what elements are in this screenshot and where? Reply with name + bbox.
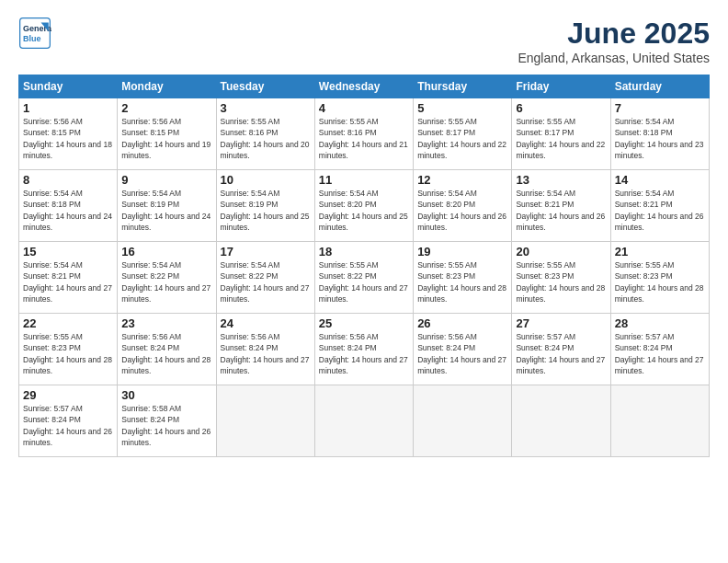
table-row: 6 Sunrise: 5:55 AM Sunset: 8:17 PM Dayli… [512, 98, 610, 170]
calendar-table: Sunday Monday Tuesday Wednesday Thursday… [18, 75, 710, 457]
table-row: 19 Sunrise: 5:55 AM Sunset: 8:23 PM Dayl… [414, 242, 512, 314]
table-row: 3 Sunrise: 5:55 AM Sunset: 8:16 PM Dayli… [216, 98, 314, 170]
page: General Blue June 2025 England, Arkansas… [0, 0, 728, 563]
table-row: 8 Sunrise: 5:54 AM Sunset: 8:18 PM Dayli… [19, 170, 118, 242]
empty-cell [216, 385, 314, 457]
table-row: 9 Sunrise: 5:54 AM Sunset: 8:19 PM Dayli… [118, 170, 216, 242]
table-row: 1 Sunrise: 5:56 AM Sunset: 8:15 PM Dayli… [19, 98, 118, 170]
calendar-week: 22 Sunrise: 5:55 AM Sunset: 8:23 PM Dayl… [19, 314, 710, 385]
svg-text:Blue: Blue [23, 34, 41, 43]
col-tuesday: Tuesday [216, 75, 314, 98]
table-row: 29 Sunrise: 5:57 AM Sunset: 8:24 PM Dayl… [19, 385, 118, 457]
table-row: 30 Sunrise: 5:58 AM Sunset: 8:24 PM Dayl… [118, 385, 216, 457]
table-row: 13 Sunrise: 5:54 AM Sunset: 8:21 PM Dayl… [512, 170, 610, 242]
col-thursday: Thursday [414, 75, 512, 98]
table-row: 4 Sunrise: 5:55 AM Sunset: 8:16 PM Dayli… [314, 98, 413, 170]
calendar-subtitle: England, Arkansas, United States [518, 51, 710, 65]
table-row: 28 Sunrise: 5:57 AM Sunset: 8:24 PM Dayl… [610, 314, 709, 385]
empty-cell [414, 385, 512, 457]
table-row: 24 Sunrise: 5:56 AM Sunset: 8:24 PM Dayl… [216, 314, 314, 385]
header-row: Sunday Monday Tuesday Wednesday Thursday… [19, 75, 710, 98]
logo-icon: General Blue [18, 17, 51, 50]
table-row: 14 Sunrise: 5:54 AM Sunset: 8:21 PM Dayl… [610, 170, 709, 242]
col-saturday: Saturday [610, 75, 709, 98]
calendar-week: 8 Sunrise: 5:54 AM Sunset: 8:18 PM Dayli… [19, 170, 710, 242]
col-wednesday: Wednesday [314, 75, 413, 98]
table-row: 23 Sunrise: 5:56 AM Sunset: 8:24 PM Dayl… [118, 314, 216, 385]
table-row: 22 Sunrise: 5:55 AM Sunset: 8:23 PM Dayl… [19, 314, 118, 385]
table-row: 26 Sunrise: 5:56 AM Sunset: 8:24 PM Dayl… [414, 314, 512, 385]
table-row: 12 Sunrise: 5:54 AM Sunset: 8:20 PM Dayl… [414, 170, 512, 242]
table-row: 5 Sunrise: 5:55 AM Sunset: 8:17 PM Dayli… [414, 98, 512, 170]
calendar-week: 29 Sunrise: 5:57 AM Sunset: 8:24 PM Dayl… [19, 385, 710, 457]
table-row: 27 Sunrise: 5:57 AM Sunset: 8:24 PM Dayl… [512, 314, 610, 385]
title-block: June 2025 England, Arkansas, United Stat… [518, 17, 710, 65]
calendar-week: 15 Sunrise: 5:54 AM Sunset: 8:21 PM Dayl… [19, 242, 710, 314]
logo: General Blue [18, 17, 55, 50]
table-row: 15 Sunrise: 5:54 AM Sunset: 8:21 PM Dayl… [19, 242, 118, 314]
table-row: 2 Sunrise: 5:56 AM Sunset: 8:15 PM Dayli… [118, 98, 216, 170]
table-row: 18 Sunrise: 5:55 AM Sunset: 8:22 PM Dayl… [314, 242, 413, 314]
col-monday: Monday [118, 75, 216, 98]
calendar-title: June 2025 [518, 17, 710, 51]
col-friday: Friday [512, 75, 610, 98]
col-sunday: Sunday [19, 75, 118, 98]
empty-cell [314, 385, 413, 457]
table-row: 21 Sunrise: 5:55 AM Sunset: 8:23 PM Dayl… [610, 242, 709, 314]
table-row: 20 Sunrise: 5:55 AM Sunset: 8:23 PM Dayl… [512, 242, 610, 314]
table-row: 25 Sunrise: 5:56 AM Sunset: 8:24 PM Dayl… [314, 314, 413, 385]
calendar-week: 1 Sunrise: 5:56 AM Sunset: 8:15 PM Dayli… [19, 98, 710, 170]
empty-cell [610, 385, 709, 457]
header: General Blue June 2025 England, Arkansas… [18, 17, 710, 65]
table-row: 16 Sunrise: 5:54 AM Sunset: 8:22 PM Dayl… [118, 242, 216, 314]
table-row: 17 Sunrise: 5:54 AM Sunset: 8:22 PM Dayl… [216, 242, 314, 314]
empty-cell [512, 385, 610, 457]
table-row: 7 Sunrise: 5:54 AM Sunset: 8:18 PM Dayli… [610, 98, 709, 170]
table-row: 11 Sunrise: 5:54 AM Sunset: 8:20 PM Dayl… [314, 170, 413, 242]
table-row: 10 Sunrise: 5:54 AM Sunset: 8:19 PM Dayl… [216, 170, 314, 242]
